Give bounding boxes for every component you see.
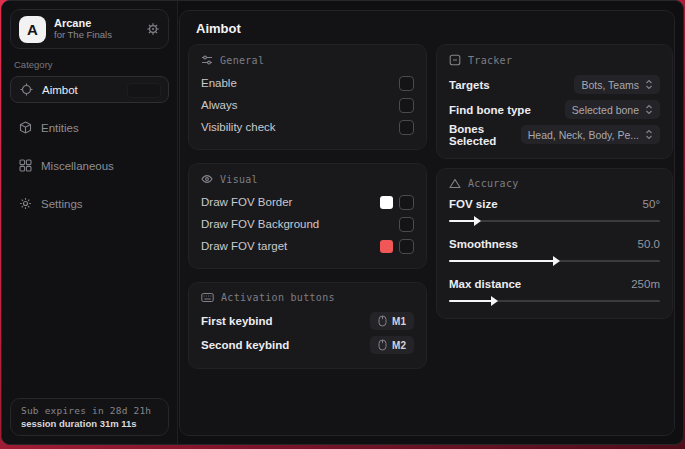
app-window: A Arcane for The Finals Category [1,0,684,445]
setting-label: Draw FOV Background [201,218,319,230]
setting-row-fov-target: Draw FOV target [201,235,414,257]
setting-row-targets: Targets Bots, Teams [449,72,660,97]
slider-thumb[interactable] [491,296,498,306]
grid-icon [19,159,32,172]
setting-label: Second keybind [201,339,289,351]
main-content: Aimbot General Enable [179,10,675,436]
setting-row-enable: Enable [201,72,414,94]
dropdown-value: Selected bone [572,104,639,116]
fov-border-checkbox[interactable] [399,195,414,210]
slider-fill [449,260,555,262]
setting-label: First keybind [201,315,273,327]
setting-label: Enable [201,77,237,89]
brand-name: Arcane [54,17,138,30]
gear-icon [19,197,32,210]
panel-activation-buttons: Activation buttons First keybind M1 [188,282,427,369]
setting-label: Draw FOV target [201,240,287,252]
keybind-value: M2 [392,340,406,351]
sidebar-nav: Aimbot Entities Miscellaneou [2,76,177,217]
panel-accuracy: Accuracy FOV size 50° [436,168,673,319]
scan-icon [449,54,461,66]
panel-title: Visual [220,174,258,185]
fov-target-checkbox[interactable] [399,239,414,254]
enable-checkbox[interactable] [399,76,414,91]
unfold-icon [645,79,653,90]
second-keybind-button[interactable]: M2 [370,336,414,354]
sidebar: A Arcane for The Finals Category [2,1,178,444]
slider-fill [449,300,493,302]
setting-label: Bones Selected [449,123,521,147]
setting-label: Targets [449,79,490,91]
unfold-icon [645,129,653,140]
setting-row-max-distance: Max distance 250m [449,275,660,305]
setting-label: Always [201,99,237,111]
setting-row-visibility-check: Visibility check [201,116,414,138]
fov-target-color-swatch[interactable] [380,240,393,253]
setting-label: Find bone type [449,104,531,116]
eye-icon [201,173,213,185]
first-keybind-button[interactable]: M1 [370,312,414,330]
sidebar-item-label: Aimbot [42,84,78,96]
setting-row-find-bone-type: Find bone type Selected bone [449,97,660,122]
setting-row-fov-background: Draw FOV Background [201,213,414,235]
sidebar-item-miscellaneous[interactable]: Miscellaneous [10,152,169,179]
sidebar-item-settings[interactable]: Settings [10,190,169,217]
panel-general: General Enable Always Visibility check [188,44,427,150]
setting-label: Smoothness [449,238,518,250]
fov-background-checkbox[interactable] [399,217,414,232]
category-label: Category [14,59,165,70]
crosshair-icon [20,83,33,96]
setting-row-first-keybind: First keybind M1 [201,309,414,333]
keyboard-icon [201,292,214,303]
smoothness-value: 50.0 [638,238,660,250]
sidebar-item-label: Settings [41,198,83,210]
panel-title: Tracker [468,55,512,66]
fov-size-value: 50° [643,198,660,210]
setting-row-fov-size: FOV size 50° [449,195,660,225]
keybind-value: M1 [392,316,406,327]
sidebar-item-entities[interactable]: Entities [10,114,169,141]
setting-label: Max distance [449,278,521,290]
fov-size-slider[interactable] [449,217,660,225]
subscription-card: Sub expires in 28d 21h session duration … [10,398,169,436]
setting-row-smoothness: Smoothness 50.0 [449,235,660,265]
setting-label: Draw FOV Border [201,196,292,208]
panel-title: Activation buttons [221,292,335,303]
setting-row-bones-selected: Bones Selected Head, Neck, Body, Pe... [449,122,660,147]
dropdown-value: Head, Neck, Body, Pe... [528,129,639,141]
max-distance-value: 250m [631,278,660,290]
session-duration-text: session duration 31m 11s [21,418,158,429]
setting-label: Visibility check [201,121,276,133]
brand-card: A Arcane for The Finals [10,9,169,49]
slider-thumb[interactable] [474,216,481,226]
unfold-icon [645,104,653,115]
panel-title: Accuracy [468,178,519,189]
slider-thumb[interactable] [553,256,560,266]
targets-dropdown[interactable]: Bots, Teams [574,75,660,94]
setting-row-always: Always [201,94,414,116]
sidebar-item-label: Miscellaneous [41,160,114,172]
smoothness-slider[interactable] [449,257,660,265]
sliders-icon [201,54,213,66]
brand-logo: A [19,16,46,43]
find-bone-type-dropdown[interactable]: Selected bone [565,100,660,119]
sub-expiry-text: Sub expires in 28d 21h [21,405,158,416]
gear-icon[interactable] [146,22,160,36]
brand-subtitle: for The Finals [54,30,138,41]
sidebar-item-label: Entities [41,122,79,134]
cube-icon [19,121,32,134]
mouse-icon [378,339,387,351]
panel-tracker: Tracker Targets Bots, Teams [436,44,673,159]
max-distance-slider[interactable] [449,297,660,305]
visibility-check-checkbox[interactable] [399,120,414,135]
mouse-icon [378,315,387,327]
sidebar-item-aimbot[interactable]: Aimbot [10,76,169,103]
bones-selected-dropdown[interactable]: Head, Neck, Body, Pe... [521,125,660,144]
fov-border-color-swatch[interactable] [380,196,393,209]
always-checkbox[interactable] [399,98,414,113]
sidebar-item-hint-badge [127,83,161,98]
setting-row-fov-border: Draw FOV Border [201,191,414,213]
page-title: Aimbot [180,11,674,40]
panel-visual: Visual Draw FOV Border Draw FOV Backgrou… [188,163,427,269]
slider-fill [449,220,476,222]
